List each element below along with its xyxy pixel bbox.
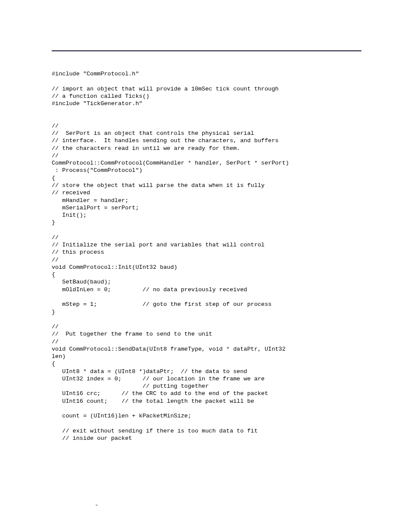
- code-line: mStep = 1; // goto the first step of our…: [52, 301, 271, 308]
- code-line: // a function called Ticks(): [52, 93, 149, 100]
- code-line: #include "CommProtocol.h": [52, 71, 139, 77]
- code-line: }: [52, 219, 55, 226]
- code-line: //: [52, 234, 59, 241]
- code-line: #include "TickGenerator.h": [52, 100, 143, 107]
- code-line: //: [52, 123, 59, 129]
- code-line: // Put together the frame to send to the…: [52, 331, 212, 337]
- code-line: len): [52, 353, 65, 360]
- code-line: UInt8 * data = (UInt8 *)dataPtr; // the …: [52, 368, 247, 375]
- code-line: // the characters read in until we are r…: [52, 145, 240, 152]
- code-line: // this process: [52, 249, 104, 255]
- code-line: // inside our packet: [52, 435, 132, 442]
- code-line: {: [52, 175, 55, 181]
- code-line: //: [52, 257, 59, 263]
- code-line: // store the object that will parse the …: [52, 182, 265, 189]
- code-line: // import an object that will provide a …: [52, 86, 279, 92]
- code-line: UInt16 crc; // the CRC to add to the end…: [52, 390, 268, 397]
- header-rule: [52, 50, 361, 51]
- page-footer-dash: -: [95, 501, 98, 509]
- code-line: Init();: [52, 212, 87, 218]
- code-line: CommProtocol::CommProtocol(CommHandler *…: [52, 160, 289, 166]
- code-line: // Initialize the serial port and variab…: [52, 242, 265, 248]
- code-line: // exit without sending if there is too …: [52, 428, 258, 434]
- code-line: // received: [52, 190, 90, 196]
- code-line: mSerialPort = serPort;: [52, 205, 139, 211]
- code-line: mHandler = handler;: [52, 197, 128, 204]
- code-line: mOldInLen = 0; // no data previously rec…: [52, 286, 247, 293]
- code-line: {: [52, 271, 55, 278]
- code-line: void CommProtocol::Init(UInt32 baud): [52, 264, 177, 271]
- code-line: SetBaud(baud);: [52, 279, 111, 285]
- code-line: {: [52, 361, 55, 367]
- code-line: //: [52, 324, 59, 330]
- code-line: // interface. It handles sending out the…: [52, 137, 279, 144]
- code-line: : Process("CommProtocol"): [52, 167, 143, 174]
- code-line: //: [52, 152, 59, 159]
- code-line: }: [52, 309, 55, 315]
- code-line: count = (UInt16)len + kPacketMinSize;: [52, 413, 191, 419]
- code-line: // putting together: [52, 383, 209, 389]
- code-block: #include "CommProtocol.h" // import an o…: [52, 70, 361, 442]
- code-line: UInt32 index = 0; // our location in the…: [52, 376, 265, 382]
- code-line: void CommProtocol::SendData(UInt8 frameT…: [52, 346, 286, 352]
- code-line: // SerPort is an object that controls th…: [52, 130, 254, 137]
- code-line: UInt16 count; // the total length the pa…: [52, 398, 254, 404]
- code-line: //: [52, 339, 59, 345]
